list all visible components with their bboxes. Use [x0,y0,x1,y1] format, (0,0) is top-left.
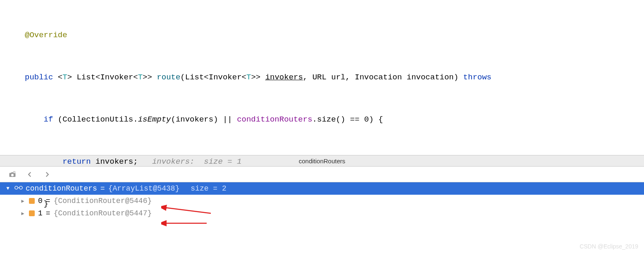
code-line: public <T> List<Invoker<T>> route(List<I… [0,70,644,84]
code-editor[interactable]: @Override public <T> List<Invoker<T>> ro… [0,0,644,155]
annotation: @Override [25,31,67,40]
code-line: return invokers; invokers: size = 1 [0,155,644,169]
code-line [0,239,644,253]
watermark: CSDN @Eclipse_2019 [580,243,638,250]
code-line: if (CollectionUtils.isEmpty(invokers) ||… [0,112,644,126]
code-line: } [0,197,644,211]
code-line: @Override [0,28,644,42]
inline-hint: invokers: size = 1 [152,157,242,166]
